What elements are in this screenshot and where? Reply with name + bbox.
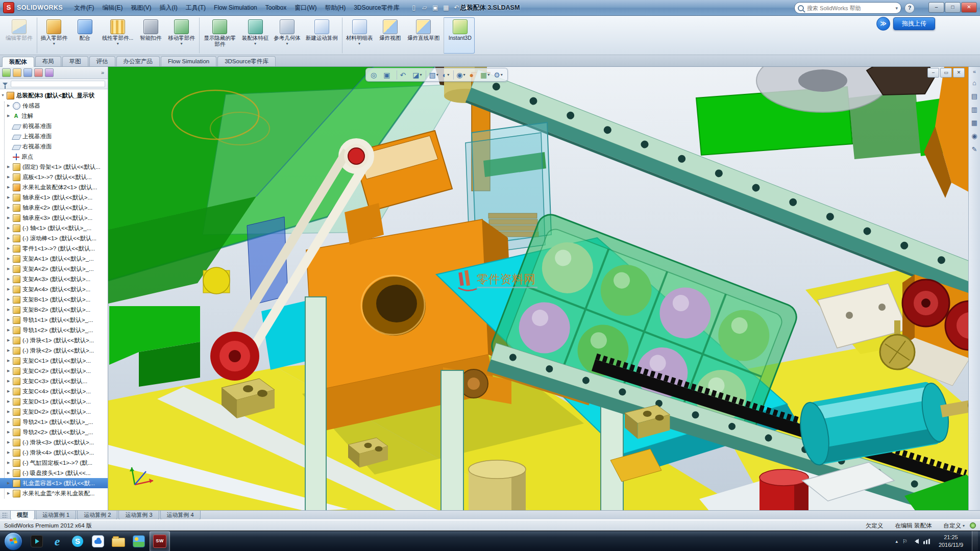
tree-item[interactable]: 导轨1<2> (默认<<默认>_... — [0, 325, 108, 335]
tree-item[interactable]: 导轨1<1> (默认<<默认>_... — [0, 315, 108, 325]
taskbar-app-button[interactable] — [27, 532, 46, 551]
tan-roller[interactable] — [469, 460, 526, 510]
expand-arrow-icon[interactable] — [7, 233, 13, 243]
tree-item[interactable]: (-) 滑块<1> (默认<<默认>... — [0, 335, 108, 345]
tree-item[interactable]: (固定) 骨架<1> (默认<<默认... — [0, 162, 108, 172]
help-button[interactable]: ? — [904, 3, 915, 13]
tray-icon[interactable]: ▴ — [895, 538, 898, 544]
tree-item[interactable]: (-) 滑块<2> (默认<<默认>... — [0, 345, 108, 356]
expand-arrow-icon[interactable] — [7, 192, 13, 203]
menu-item[interactable]: 视图(V) — [127, 1, 155, 15]
tree-item[interactable]: (-) 滑块<3> (默认<<默认>... — [0, 437, 108, 447]
hud-dropdown-arrow-icon[interactable]: ▾ — [463, 72, 465, 77]
status-item[interactable]: 欠定义 ▾ — [866, 522, 887, 530]
status-item[interactable]: 在编辑 装配体 ▾ — [895, 522, 935, 530]
tree-item[interactable]: 礼盒盖容器<1> (默认<<默... — [0, 478, 108, 488]
window-control-button[interactable]: – — [928, 2, 944, 13]
expand-arrow-icon[interactable] — [7, 345, 13, 356]
tree-item[interactable]: 支架A<4> (默认<<默认>... — [0, 284, 108, 294]
hud-dropdown-arrow-icon[interactable]: ▾ — [436, 72, 438, 77]
taskbar-app-button[interactable] — [88, 532, 108, 551]
taskbar-clock[interactable]: 21:25 2016/11/9 — [935, 534, 967, 549]
motion-study-tab[interactable]: 运动算例 1 — [36, 511, 76, 520]
hud-icon[interactable]: ▣ ▾ — [382, 70, 394, 80]
ribbon-button[interactable]: 移动零部件 ▾ — [165, 17, 198, 54]
tree-item[interactable]: 支架C<2> (默认<<默认>... — [0, 366, 108, 376]
tree-item[interactable]: 原点 — [0, 152, 108, 162]
tree-item[interactable]: 支架D<1> (默认<<默认>... — [0, 396, 108, 407]
expand-arrow-icon[interactable] — [7, 182, 13, 192]
motion-study-tab[interactable]: 运动算例 2 — [77, 511, 117, 520]
tree-item[interactable]: 支架B<1> (默认<<默认>... — [0, 294, 108, 305]
filter-funnel-icon[interactable] — [3, 83, 8, 86]
expand-arrow-icon[interactable] — [7, 172, 13, 182]
expand-arrow-icon[interactable] — [7, 264, 13, 274]
tree-item[interactable]: 轴承座<1> (默认<<默认>... — [0, 192, 108, 203]
ribbon-tab[interactable]: 装配体 — [2, 57, 34, 67]
ribbon-tab[interactable]: Flow Simulation — [161, 56, 216, 66]
motion-study-tab[interactable]: 运动算例 4 — [160, 511, 201, 520]
task-pane-collapse-icon[interactable]: « — [973, 68, 976, 74]
hud-icon[interactable]: ◪ ▾ — [411, 70, 423, 80]
quick-access-icon[interactable]: ▦ — [441, 3, 451, 13]
expand-arrow-icon[interactable] — [7, 274, 13, 284]
task-pane-icon[interactable]: ✎ — [972, 146, 977, 153]
ribbon-button[interactable]: 配合 ▾ — [70, 17, 100, 54]
menu-item[interactable]: 工具(T) — [182, 1, 210, 15]
expand-arrow-icon[interactable] — [7, 458, 13, 468]
baidu-cloud-badge-icon[interactable] — [876, 17, 890, 31]
start-button[interactable] — [4, 532, 22, 550]
expand-arrow-icon[interactable] — [7, 468, 13, 478]
menu-item[interactable]: 帮助(H) — [321, 1, 350, 15]
yellow-pivot[interactable] — [203, 267, 230, 294]
hud-dropdown-arrow-icon[interactable]: ▾ — [420, 72, 422, 77]
task-pane-icon[interactable]: ▦ — [971, 119, 977, 127]
tray-icon[interactable] — [912, 539, 919, 544]
panel-expand-icon[interactable]: » — [100, 69, 106, 76]
tree-item[interactable]: 支架A<2> (默认<<默认>_... — [0, 264, 108, 274]
search-input[interactable] — [806, 5, 895, 12]
tree-item[interactable]: 注解 — [0, 111, 108, 121]
tree-item[interactable]: 支架B<2> (默认<<默认>... — [0, 305, 108, 315]
dropdown-arrow-icon[interactable]: ▾ — [254, 41, 256, 46]
ribbon-button[interactable]: 材料明细表 ▾ — [342, 17, 376, 54]
drag-upload-button[interactable]: 拖拽上传 — [893, 17, 935, 30]
help-search-box[interactable]: ▾ — [794, 2, 901, 14]
hud-dropdown-arrow-icon[interactable]: ▾ — [487, 72, 489, 77]
ribbon-button[interactable]: 爆炸视图 ▾ — [375, 17, 405, 54]
document-window-button[interactable]: – — [927, 68, 939, 78]
hud-icon[interactable]: ▧ ▾ — [426, 70, 439, 80]
menu-item[interactable]: 窗口(W) — [290, 1, 321, 15]
ribbon-button[interactable]: 参考几何体 ▾ — [271, 17, 303, 54]
menu-item[interactable]: Flow Simulation — [210, 1, 261, 15]
tree-item[interactable]: 支架A<1> (默认<<默认>_... — [0, 254, 108, 264]
hud-icon[interactable]: ↶ ▾ — [397, 70, 410, 80]
expand-arrow-icon[interactable] — [7, 101, 13, 111]
taskbar-app-button[interactable] — [68, 532, 87, 551]
menu-item[interactable]: 插入(I) — [155, 1, 181, 15]
hud-icon[interactable]: ◎ ▾ — [369, 70, 381, 80]
tree-item[interactable]: 水果礼盒盖^水果礼盒装配... — [0, 488, 108, 498]
manager-tab-icon[interactable] — [13, 68, 21, 77]
ribbon-button[interactable]: Instant3D ▾ — [444, 17, 475, 54]
menu-item[interactable]: 文件(F) — [70, 1, 98, 15]
tree-item[interactable]: 水果礼盒装配体2<1> (默认... — [0, 182, 108, 192]
ribbon-tab[interactable]: 评估 — [89, 56, 115, 66]
tree-item[interactable]: 右视基准面 — [0, 141, 108, 152]
tree-item[interactable]: 支架C<1> (默认<<默认>... — [0, 356, 108, 366]
splitter-handle[interactable] — [2, 512, 7, 518]
tree-item[interactable]: 上视基准面 — [0, 131, 108, 141]
dropdown-arrow-icon[interactable]: ▾ — [358, 41, 360, 46]
document-window-button[interactable]: ✕ — [953, 68, 965, 78]
expand-arrow-icon[interactable] — [7, 437, 13, 447]
hud-dropdown-arrow-icon[interactable]: ▾ — [447, 72, 449, 77]
hud-icon[interactable]: ◐ ▾ — [441, 70, 451, 80]
tree-item[interactable]: 前视基准面 — [0, 121, 108, 131]
window-control-button[interactable]: ✕ — [961, 2, 977, 13]
quick-access-icon[interactable]: ▱ — [420, 3, 430, 13]
expand-arrow-icon[interactable] — [7, 315, 13, 325]
ribbon-tab[interactable]: 办公室产品 — [116, 56, 160, 66]
expand-arrow-icon[interactable] — [7, 305, 13, 315]
search-dropdown-icon[interactable]: ▾ — [895, 6, 898, 11]
tree-item[interactable]: 轴承座<3> (默认<<默认>... — [0, 213, 108, 223]
